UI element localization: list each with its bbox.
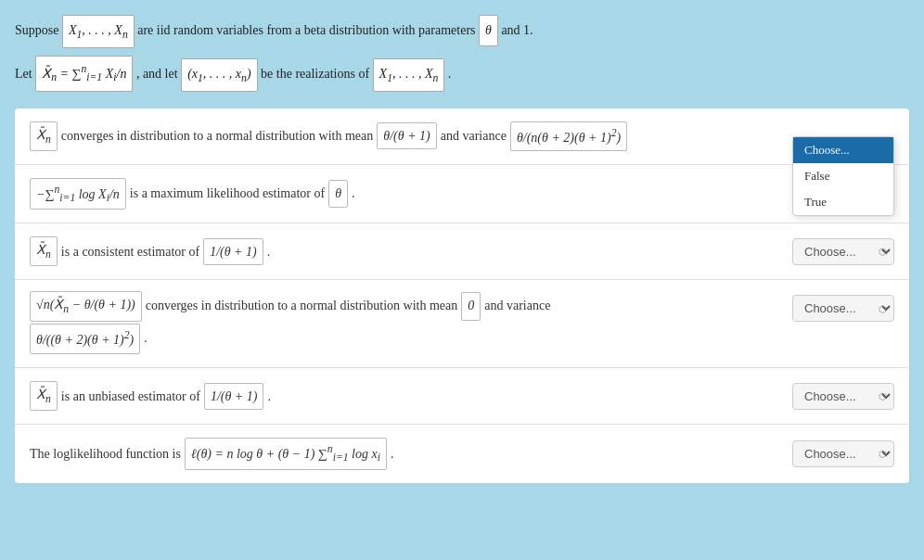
q5-text1: is an unbiased estimator of (61, 385, 200, 408)
q5-dropdown[interactable]: Choose... False True (792, 383, 894, 410)
q1-text2: and variance (441, 124, 507, 147)
q6-dropdown[interactable]: Choose... False True (792, 440, 894, 467)
q3-select[interactable]: Choose... False True (792, 238, 894, 265)
q1-option-false[interactable]: False (793, 163, 893, 189)
intro-math-xbar: X̄n = ∑ni=1 Xi/n (35, 56, 133, 92)
q1-option-true[interactable]: True (793, 189, 893, 215)
q2-content: −∑ni=1 log Xi/n is a maximum likelihood … (30, 178, 781, 210)
q4-select[interactable]: Choose... False True (792, 295, 894, 322)
q5-content: X̄n is an unbiased estimator of 1/(θ + 1… (30, 381, 781, 411)
intro-math-x1xn-2: X1, . . . , Xn (373, 58, 445, 92)
q2-math-theta: θ (328, 180, 348, 207)
question-row-3: X̄n is a consistent estimator of 1/(θ + … (15, 223, 909, 280)
q3-math-xbar: X̄n (30, 236, 58, 266)
q6-content: The loglikelihood function is ℓ(θ) = n l… (30, 438, 781, 469)
q3-dropdown[interactable]: Choose... False True (792, 238, 894, 265)
q4-dropdown[interactable]: Choose... False True (792, 295, 894, 322)
q4-content: √n(X̄n − θ/(θ + 1)) converges in distrib… (30, 291, 781, 356)
q3-period: . (267, 240, 271, 263)
q5-math-expr: 1/(θ + 1) (204, 383, 264, 410)
question-row-4: √n(X̄n − θ/(θ + 1)) converges in distrib… (15, 280, 909, 368)
q2-text1: is a maximum likelihood estimator of (130, 182, 325, 205)
intro-line1: Suppose X1, . . . , Xn are iid random va… (15, 15, 909, 48)
q1-math-variance: θ/(n(θ + 2)(θ + 1)2) (510, 121, 627, 151)
q1-text1: converges in distribution to a normal di… (61, 124, 373, 147)
question-row-6: The loglikelihood function is ℓ(θ) = n l… (15, 425, 909, 482)
intro-math-realizations: (x1, . . . , xn) (181, 58, 257, 92)
q6-text1: The loglikelihood function is (30, 442, 181, 465)
q2-math-sum: −∑ni=1 log Xi/n (30, 178, 126, 210)
q4-line2: θ/((θ + 2)(θ + 1)2) . (30, 324, 781, 354)
q1-content: X̄n converges in distribution to a norma… (30, 121, 883, 151)
q2-period: . (352, 182, 355, 205)
q4-period: . (144, 326, 148, 351)
q4-math-zero: 0 (461, 292, 481, 321)
question-row-5: X̄n is an unbiased estimator of 1/(θ + 1… (15, 368, 909, 425)
q6-select[interactable]: Choose... False True (792, 440, 894, 467)
question-row-1: X̄n converges in distribution to a norma… (15, 108, 909, 165)
q4-line1: √n(X̄n − θ/(θ + 1)) converges in distrib… (30, 291, 781, 322)
question-row-2: −∑ni=1 log Xi/n is a maximum likelihood … (15, 165, 909, 223)
q6-period: . (391, 442, 394, 465)
q5-math-xbar: X̄n (30, 381, 58, 411)
q1-option-choose[interactable]: Choose... (793, 137, 893, 163)
q3-math-expr: 1/(θ + 1) (203, 238, 263, 265)
q5-select[interactable]: Choose... False True (792, 383, 894, 410)
q1-math-mean: θ/(θ + 1) (377, 122, 436, 149)
intro-math-x1xn: X1, . . . , Xn (62, 15, 135, 48)
questions-container: X̄n converges in distribution to a norma… (15, 108, 909, 483)
intro-math-theta: θ (479, 15, 498, 46)
intro-line2: Let X̄n = ∑ni=1 Xi/n , and let (x1, . . … (15, 56, 909, 92)
q1-math-xbar: X̄n (30, 121, 58, 151)
q3-content: X̄n is a consistent estimator of 1/(θ + … (30, 236, 781, 266)
q4-math-sqrt: √n(X̄n − θ/(θ + 1)) (30, 291, 142, 322)
q4-text1: converges in distribution to a normal di… (146, 294, 457, 319)
intro-section: Suppose X1, . . . , Xn are iid random va… (15, 15, 909, 92)
q4-text2: and variance (484, 294, 550, 319)
q3-text1: is a consistent estimator of (61, 240, 199, 263)
q4-math-variance: θ/((θ + 2)(θ + 1)2) (30, 324, 140, 354)
q1-dropdown-open[interactable]: Choose... False True (792, 136, 894, 216)
q5-period: . (267, 385, 271, 408)
q6-math-loglik: ℓ(θ) = n log θ + (θ − 1) ∑ni=1 log xi (185, 438, 387, 469)
